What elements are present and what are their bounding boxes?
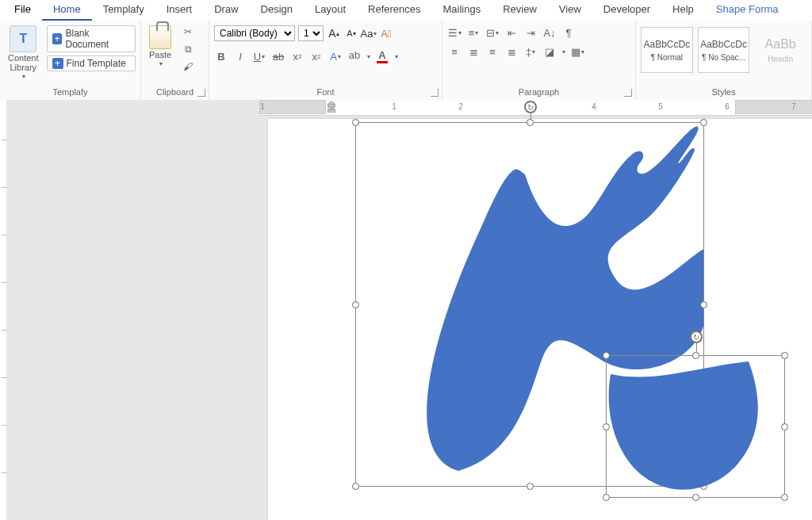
plus-icon: + (52, 58, 63, 69)
resize-handle-w[interactable] (352, 301, 359, 308)
chevron-down-icon[interactable]: ▾ (367, 53, 370, 60)
group-label-styles: Styles (641, 86, 806, 98)
tab-home[interactable]: Home (42, 0, 92, 21)
align-left-button[interactable]: ≡ (447, 44, 462, 59)
clipboard-dialog-launcher[interactable] (197, 89, 205, 97)
change-case-button[interactable]: Aa▾ (362, 26, 376, 40)
chevron-down-icon[interactable]: ▾ (562, 48, 565, 55)
tab-view[interactable]: View (548, 0, 592, 21)
resize-handle-n[interactable] (692, 352, 699, 359)
tab-insert[interactable]: Insert (155, 0, 204, 21)
line-spacing-button[interactable]: ‡▾ (523, 44, 538, 59)
resize-handle-s[interactable] (692, 494, 699, 501)
workspace: 1 1 2 3 4 5 6 7 (0, 100, 812, 520)
tab-shape-format[interactable]: Shape Forma (705, 0, 790, 21)
resize-handle-ne[interactable] (781, 352, 788, 359)
find-template-label: Find Template (67, 58, 126, 69)
style-no-spacing[interactable]: AaBbCcDc ¶ No Spac... (698, 27, 750, 73)
resize-handle-nw[interactable] (603, 352, 610, 359)
borders-button[interactable]: ▦▾ (570, 44, 584, 59)
blank-document-label: Blank Document (65, 28, 130, 50)
copy-button[interactable]: ⧉ (181, 43, 195, 55)
group-label-font: Font (214, 86, 437, 98)
resize-handle-n[interactable] (527, 119, 534, 126)
content-library-icon: T (10, 25, 36, 52)
group-styles: AaBbCcDc ¶ Normal AaBbCcDc ¶ No Spac... … (636, 21, 812, 100)
content-library-label: Content Library (8, 53, 39, 72)
grow-font-button[interactable]: A▴ (327, 26, 341, 40)
sort-button[interactable]: A↓ (542, 25, 557, 40)
superscript-button[interactable]: x2 (309, 49, 324, 63)
multilevel-list-button[interactable]: ⊟▾ (485, 25, 500, 40)
resize-handle-sw[interactable] (603, 494, 610, 501)
text-effects-button[interactable]: A▾ (328, 49, 343, 63)
rotate-handle[interactable] (690, 331, 703, 343)
shrink-font-button[interactable]: A▾ (344, 26, 358, 40)
resize-handle-nw[interactable] (352, 119, 359, 126)
align-right-button[interactable]: ≡ (485, 44, 500, 59)
resize-handle-e[interactable] (700, 301, 707, 308)
group-clipboard: Paste ▾ ✂ ⧉ 🖌 Clipboard (141, 21, 209, 100)
highlight-button[interactable]: ab (347, 49, 362, 63)
format-painter-button[interactable]: 🖌 (181, 60, 195, 73)
blank-document-button[interactable]: + Blank Document (47, 25, 136, 52)
tab-templafy[interactable]: Templafy (92, 0, 155, 21)
tab-layout[interactable]: Layout (304, 0, 357, 21)
rotate-handle[interactable] (524, 101, 537, 113)
resize-handle-w[interactable] (603, 423, 610, 430)
font-color-button[interactable]: A (375, 49, 389, 63)
document-page[interactable] (268, 119, 812, 520)
underline-button[interactable]: U▾ (252, 49, 266, 63)
bullets-button[interactable]: ☰▾ (447, 25, 462, 40)
resize-handle-ne[interactable] (700, 119, 707, 126)
plus-icon: + (52, 33, 63, 44)
font-name-select[interactable]: Calibri (Body) (214, 25, 295, 41)
tab-references[interactable]: References (357, 0, 431, 21)
justify-button[interactable]: ≣ (504, 44, 519, 59)
ribbon-content: T Content Library ▾ + Blank Document + F… (0, 21, 812, 100)
content-library-button[interactable]: T Content Library ▾ (5, 24, 42, 82)
vertical-ruler (0, 100, 10, 520)
resize-handle-se[interactable] (781, 494, 788, 501)
style-normal[interactable]: AaBbCcDc ¶ Normal (641, 27, 693, 73)
numbering-button[interactable]: ≡▾ (466, 25, 481, 40)
paragraph-dialog-launcher[interactable] (624, 89, 632, 97)
chevron-down-icon[interactable]: ▾ (395, 53, 398, 60)
paste-button[interactable]: Paste ▾ (146, 24, 174, 69)
font-dialog-launcher[interactable] (431, 89, 439, 97)
tab-design[interactable]: Design (250, 0, 304, 21)
resize-handle-s[interactable] (527, 483, 534, 490)
resize-handle-sw[interactable] (352, 483, 359, 490)
shading-button[interactable]: ◪ (542, 44, 557, 59)
chevron-down-icon: ▾ (159, 60, 163, 67)
decrease-indent-button[interactable]: ⇤ (504, 25, 519, 40)
clipboard-icon (149, 25, 171, 49)
tab-help[interactable]: Help (661, 0, 705, 21)
subscript-button[interactable]: x2 (290, 49, 304, 63)
cut-button[interactable]: ✂ (181, 25, 195, 38)
align-center-button[interactable]: ≣ (466, 44, 481, 59)
selection-box-2[interactable] (606, 355, 785, 498)
font-size-select[interactable]: 12 (298, 25, 324, 41)
group-templafy: T Content Library ▾ + Blank Document + F… (0, 21, 141, 100)
indent-marker[interactable] (327, 101, 335, 113)
italic-button[interactable]: I (233, 49, 247, 63)
group-label-clipboard: Clipboard (146, 86, 204, 98)
tab-file[interactable]: File (3, 0, 42, 21)
find-template-button[interactable]: + Find Template (47, 55, 136, 71)
clear-formatting-button[interactable]: A⃠ (379, 26, 393, 40)
strikethrough-button[interactable]: ab (271, 49, 285, 63)
resize-handle-e[interactable] (781, 423, 788, 430)
tab-review[interactable]: Review (492, 0, 548, 21)
style-heading[interactable]: AaBb Headin (754, 27, 806, 73)
tab-developer[interactable]: Developer (592, 0, 661, 21)
group-paragraph: ☰▾ ≡▾ ⊟▾ ⇤ ⇥ A↓ ¶ ≡ ≣ ≡ ≣ ‡▾ ◪▾ ▦▾ (442, 21, 636, 100)
bold-button[interactable]: B (214, 49, 228, 63)
chevron-down-icon: ▾ (22, 73, 25, 80)
show-marks-button[interactable]: ¶ (561, 25, 576, 40)
increase-indent-button[interactable]: ⇥ (523, 25, 538, 40)
svg-marker-1 (327, 106, 335, 109)
tab-draw[interactable]: Draw (203, 0, 249, 21)
document-area[interactable]: 1 1 2 3 4 5 6 7 (10, 100, 812, 520)
tab-mailings[interactable]: Mailings (432, 0, 492, 21)
